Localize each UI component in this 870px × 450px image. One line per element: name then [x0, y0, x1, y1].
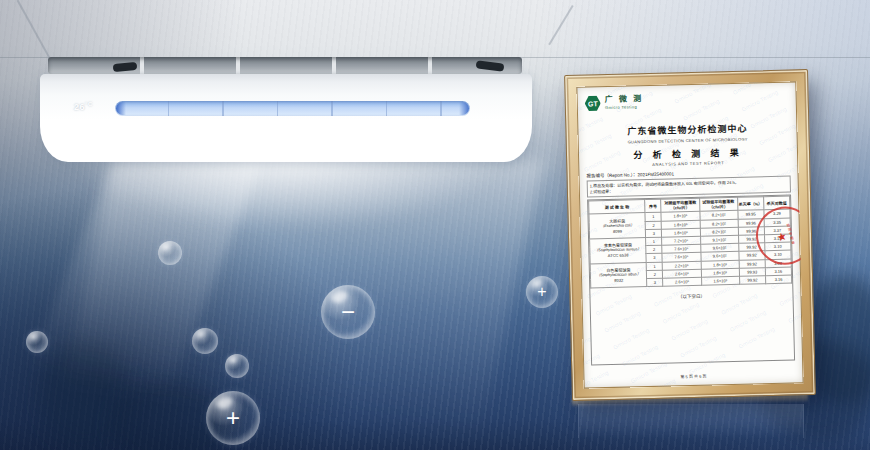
logo-name-cn: 广 微 测 [605, 95, 644, 104]
bubble [158, 241, 182, 265]
bubble [26, 331, 48, 353]
temperature-unit: °C [85, 101, 93, 107]
plus-symbol: + [537, 284, 546, 300]
page-footer: 第 5 页 共 6 页 [583, 370, 803, 381]
table-header-cell: 测 试 微 生 物 [589, 200, 646, 215]
certificate-paper: Gmicro TestingGmicro TestingGmicro Testi… [576, 81, 803, 388]
watermark-text: Gmicro Testing [802, 208, 804, 232]
blank-below-note: （以下空白） [590, 291, 792, 302]
table-header-cell: 试验组平均菌落数（cfu/片） [699, 197, 738, 211]
fan-blade-hint [476, 60, 505, 71]
ac-air-outlet [115, 101, 470, 116]
temperature-display: 26°C [74, 101, 93, 112]
organism-cell: 金黄色葡萄球菌（Staphylococcus aureus）ATCC 6538 [590, 238, 647, 264]
watermark-text: Gmicro Testing [576, 319, 583, 343]
ac-top-grille [48, 57, 522, 74]
watermark-text: Gmicro Testing [580, 387, 618, 389]
test-notes: 1.样品及处理：以实机为载体，测试时将染菌载体放入 60L 密闭空间中，作用 2… [587, 176, 791, 198]
stamp-text: 检测专用章 [785, 223, 796, 246]
air-conditioner-unit: 26°C [40, 55, 532, 190]
minus-symbol: − [341, 300, 355, 324]
bubble-plus: + [206, 391, 260, 445]
table-cell: 3.16 [765, 275, 791, 284]
table-header-cell: 杀灭率（%） [737, 197, 763, 211]
bubble [192, 328, 218, 354]
table-cell: 1.6×10³ [701, 276, 739, 285]
table-header-cell: 序号 [645, 199, 661, 213]
plus-symbol: + [226, 406, 240, 430]
table-header-cell: 对照组平均菌落数（cfu/片） [661, 198, 700, 212]
watermark-text: Gmicro Testing [576, 81, 577, 89]
table-cell: 2.6×10⁶ [663, 277, 701, 286]
table-cell: 99.92 [739, 276, 765, 285]
ac-front-panel: 26°C [40, 74, 532, 162]
certificate-content: GT 广 微 测 Gmicro Testing 广东省微生物分析检测中心 GUA… [585, 91, 796, 366]
organism-cell: 大肠杆菌（Escherichia coli）8099 [589, 213, 646, 239]
table-cell: 3 [647, 278, 663, 287]
frame-reflection-soft [578, 404, 804, 438]
logo-hexagon-icon: GT [585, 95, 601, 111]
lab-logo: GT 广 微 测 Gmicro Testing [585, 91, 789, 112]
organism-cell: 白色葡萄球菌（Staphylococcus albus）8032 [590, 262, 647, 288]
certificate-frame: Gmicro TestingGmicro TestingGmicro Testi… [564, 69, 816, 401]
bubble-plus: + [526, 276, 558, 308]
watermark-text: Gmicro Testing [576, 192, 580, 216]
bubble-minus: − [321, 285, 375, 339]
scene: 26°C + − + Gmicro TestingGmicro TestingG… [0, 0, 870, 450]
bubble [225, 354, 249, 378]
watermark-text: Gmicro Testing [665, 81, 703, 88]
stamp-star-icon: ★ [775, 230, 787, 243]
fan-blade-hint [113, 62, 138, 72]
logo-name-en: Gmicro Testing [605, 105, 644, 110]
